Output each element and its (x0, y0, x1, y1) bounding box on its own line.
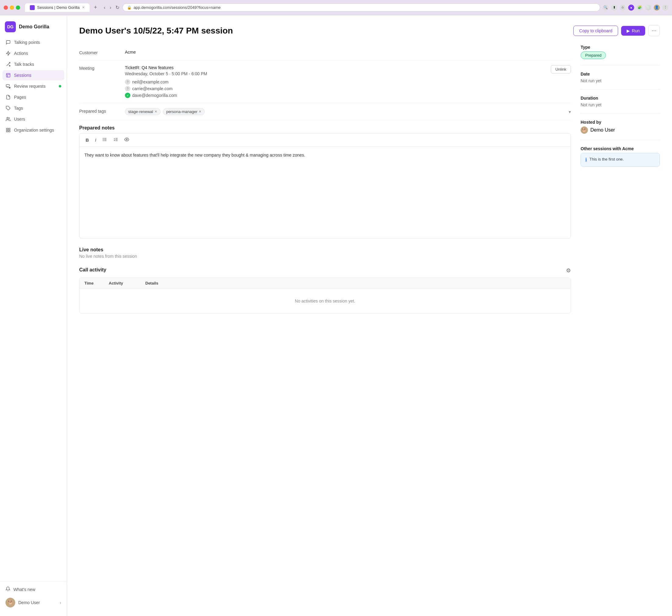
tag-remove-stage-renewal[interactable]: ✕ (154, 110, 157, 114)
call-activity-settings-btn[interactable]: ⚙ (566, 267, 571, 274)
attendee-neil: ? neil@example.com (125, 79, 545, 85)
info-icon: ℹ (585, 157, 587, 163)
svg-point-18 (103, 140, 103, 141)
app-container: DG Demo Gorilla Talking points Actions (0, 15, 672, 616)
share-icon[interactable]: ⬆ (611, 5, 617, 11)
review-requests-icon (5, 83, 11, 89)
review-requests-badge (59, 85, 61, 87)
bold-btn[interactable]: B (83, 136, 91, 144)
preview-btn[interactable] (122, 136, 132, 144)
numbered-list-btn[interactable] (111, 136, 121, 144)
attendee-email-dave: dave@demogorilla.com (132, 93, 177, 98)
sidebar-label-actions: Actions (14, 51, 28, 56)
other-sessions-label: Other sessions with Acme (581, 146, 660, 151)
sidebar-item-actions[interactable]: Actions (2, 48, 64, 58)
talking-points-icon (5, 40, 11, 45)
svg-rect-12 (6, 130, 8, 132)
sidebar-label-org-settings: Organization settings (14, 128, 54, 133)
sidebar-label-users: Users (14, 117, 25, 122)
svg-point-16 (103, 138, 103, 138)
date-label: Date (581, 72, 660, 76)
new-tab-btn[interactable]: + (91, 2, 100, 12)
refresh-btn[interactable]: ↻ (114, 3, 121, 12)
sidebar-item-org-settings[interactable]: Organization settings (2, 125, 64, 135)
puzzle-icon[interactable]: 🧩 (637, 5, 643, 11)
sidebar-item-review-requests[interactable]: Review requests (2, 81, 64, 91)
hosted-section: Hosted by 🐕 Demo User (581, 120, 660, 134)
sidebar-item-tags[interactable]: Tags (2, 103, 64, 113)
more-options-btn[interactable]: ⋯ (648, 25, 660, 36)
attendee-carrie: ? carrie@example.com (125, 86, 545, 91)
close-window-btn[interactable] (4, 5, 8, 10)
user-avatar: 🐕 (5, 598, 15, 607)
sidebar-item-talk-tracks[interactable]: Talk tracks (2, 59, 64, 69)
whats-new-label: What's new (13, 587, 35, 592)
org-settings-icon (5, 127, 11, 133)
chevron-right-icon: › (60, 600, 61, 605)
forward-btn[interactable]: › (108, 4, 112, 12)
activity-empty-state: No activities on this session yet. (80, 289, 571, 313)
tab-close-btn[interactable]: ✕ (82, 5, 85, 9)
minimize-window-btn[interactable] (10, 5, 14, 10)
fullscreen-window-btn[interactable] (16, 5, 20, 10)
notes-editor[interactable]: B I They want to kno (79, 133, 571, 239)
svg-point-8 (7, 117, 8, 119)
call-activity-section: Call activity ⚙ Time Activity Details No… (79, 267, 571, 313)
svg-rect-10 (9, 128, 10, 130)
unlink-btn[interactable]: Unlink (551, 65, 571, 73)
logo: DG Demo Gorilla (0, 19, 67, 37)
tab-group-icon[interactable]: ⬜ (645, 5, 651, 11)
browser-chrome: Sessions | Demo Gorilla ✕ + ‹ › ↻ 🔒 app.… (0, 0, 672, 15)
lock-icon: 🔒 (127, 5, 132, 10)
other-sessions-text: This is the first one. (589, 157, 624, 161)
editor-toolbar: B I (80, 133, 571, 147)
call-activity-heading: Call activity (79, 267, 106, 273)
right-sidebar: Type Prepared Date Not run yet Duration … (581, 45, 660, 313)
meeting-attendees: ? neil@example.com ? carrie@example.com … (125, 79, 545, 98)
bullet-list-btn[interactable] (100, 136, 110, 144)
tags-row: stage-renewal ✕ persona-manager ✕ ▾ (125, 108, 571, 115)
header-actions: Copy to clipboard ▶ Run ⋯ (573, 25, 660, 36)
sidebar-item-sessions[interactable]: Sessions (2, 70, 64, 80)
run-btn[interactable]: ▶ Run (621, 26, 645, 36)
extensions-icon[interactable]: ● (628, 5, 634, 11)
sidebar-item-talking-points[interactable]: Talking points (2, 37, 64, 48)
tag-stage-renewal: stage-renewal ✕ (125, 108, 161, 115)
search-icon[interactable]: 🔍 (603, 5, 609, 11)
italic-btn[interactable]: I (93, 136, 99, 144)
sidebar-whats-new[interactable]: What's new (2, 584, 64, 595)
back-btn[interactable]: ‹ (103, 4, 107, 12)
sidebar-nav: Talking points Actions Talk tracks Sessi… (0, 37, 67, 581)
bell-icon (5, 586, 10, 592)
profile-icon[interactable]: 👤 (654, 5, 660, 11)
copy-to-clipboard-btn[interactable]: Copy to clipboard (573, 26, 618, 36)
sidebar-bottom: What's new 🐕 Demo User › (0, 581, 67, 612)
prepared-notes-heading: Prepared notes (79, 125, 571, 131)
prepared-notes-section: Prepared notes B I (79, 125, 571, 239)
sidebar-item-pages[interactable]: Pages (2, 92, 64, 102)
tags-dropdown-btn[interactable]: ▾ (569, 109, 571, 114)
divider-3 (581, 113, 660, 114)
menu-icon[interactable]: ⋮ (662, 5, 668, 11)
page-title: Demo User's 10/5/22, 5:47 PM session (79, 26, 233, 36)
sidebar-label-sessions: Sessions (14, 73, 31, 78)
tag-label-persona-manager: persona-manager (166, 109, 198, 114)
svg-rect-11 (9, 130, 10, 132)
sidebar-item-users[interactable]: Users (2, 114, 64, 124)
editor-content[interactable]: They want to know about features that'll… (80, 147, 571, 238)
sidebar-user-profile[interactable]: 🐕 Demo User › (2, 595, 64, 610)
type-section: Type Prepared (581, 45, 660, 59)
page-header: Demo User's 10/5/22, 5:47 PM session Cop… (79, 25, 660, 36)
col-activity: Activity (109, 281, 145, 285)
tab-favicon (30, 5, 35, 10)
bookmark-icon[interactable]: ☆ (620, 5, 626, 11)
users-icon (5, 116, 11, 122)
url-text: app.demogorilla.com/sessions/2049?focus=… (133, 5, 221, 10)
address-bar: ‹ › ↻ 🔒 app.demogorilla.com/sessions/204… (103, 3, 600, 12)
logo-icon: DG (5, 21, 16, 32)
tags-label: Prepared tags (79, 108, 119, 114)
active-tab[interactable]: Sessions | Demo Gorilla ✕ (25, 3, 90, 12)
tag-remove-persona-manager[interactable]: ✕ (199, 110, 201, 114)
url-input[interactable]: 🔒 app.demogorilla.com/sessions/2049?focu… (122, 3, 600, 12)
content-grid: Customer Acme Meeting TicketR: Q4 New fe… (79, 45, 660, 313)
